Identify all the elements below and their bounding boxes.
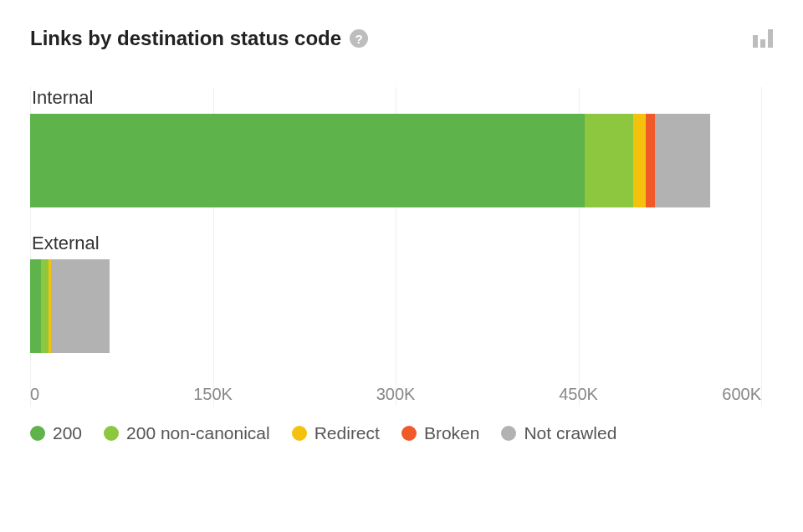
bar-segment[interactable] <box>30 114 585 207</box>
category-label: External <box>30 233 761 254</box>
bar-group: External <box>30 233 761 353</box>
chart-bars: InternalExternal <box>30 87 761 353</box>
bar-stack[interactable] <box>30 259 761 353</box>
legend-label: Redirect <box>315 423 380 443</box>
bar-segment[interactable] <box>30 259 41 353</box>
legend-swatch <box>402 426 417 441</box>
legend-swatch <box>30 426 45 441</box>
legend-item[interactable]: 200 non-canonical <box>104 423 270 443</box>
bar-segment[interactable] <box>655 114 710 207</box>
category-label: Internal <box>30 87 761 109</box>
legend-item[interactable]: Broken <box>402 423 480 443</box>
legend-label: 200 non-canonical <box>126 423 270 443</box>
chart-header: Links by destination status code ? <box>30 27 773 50</box>
bar-track <box>30 114 761 207</box>
bar-segment[interactable] <box>51 259 110 353</box>
x-tick: 0 <box>30 385 39 404</box>
bar-track <box>30 259 761 353</box>
x-tick: 300K <box>376 385 416 404</box>
bar-segment[interactable] <box>585 114 633 207</box>
bar-segment[interactable] <box>633 114 646 207</box>
legend-label: Not crawled <box>524 423 616 443</box>
legend-item[interactable]: Not crawled <box>501 423 616 443</box>
bar-segment[interactable] <box>646 114 656 207</box>
bar-group: Internal <box>30 87 761 207</box>
x-tick: 600K <box>722 385 761 404</box>
bar-stack[interactable] <box>30 114 761 207</box>
legend-swatch <box>501 426 516 441</box>
legend-swatch <box>104 426 119 441</box>
x-tick: 450K <box>559 385 598 404</box>
legend-item[interactable]: 200 <box>30 423 82 443</box>
bar-segment[interactable] <box>41 259 49 353</box>
bar-chart-icon[interactable] <box>753 29 773 48</box>
legend-swatch <box>292 426 307 441</box>
x-axis: 0150K300K450K600K <box>30 378 761 407</box>
chart-title: Links by destination status code <box>30 27 341 50</box>
x-tick: 150K <box>193 385 233 404</box>
grid-line <box>761 87 762 407</box>
legend-label: 200 <box>53 423 82 443</box>
chart-legend: 200200 non-canonicalRedirectBrokenNot cr… <box>30 423 773 443</box>
help-icon[interactable]: ? <box>350 29 368 48</box>
legend-label: Broken <box>424 423 480 443</box>
chart-area: InternalExternal 0150K300K450K600K <box>30 87 773 407</box>
legend-item[interactable]: Redirect <box>292 423 380 443</box>
